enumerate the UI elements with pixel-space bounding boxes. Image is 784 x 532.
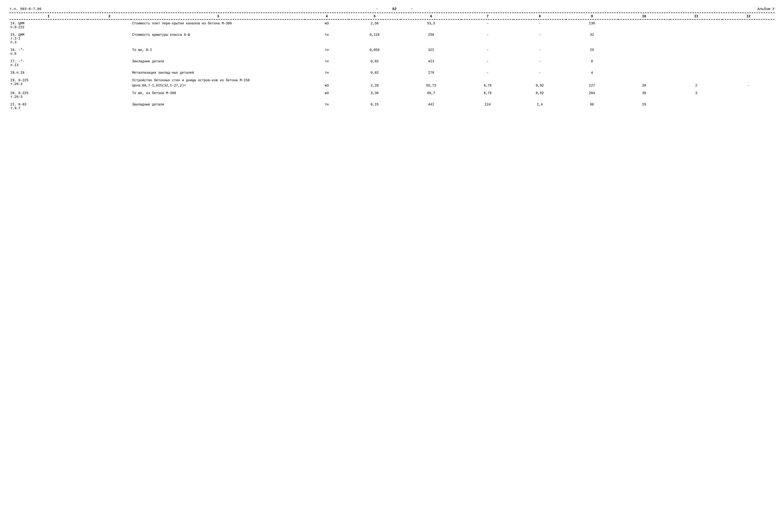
row-15-col5: 0,I28 (348, 31, 401, 46)
row-17-col11 (670, 58, 722, 69)
row-17-col5: 0,02 (348, 58, 401, 69)
row-15-col6: 250 (401, 31, 462, 46)
dash1: - (376, 7, 378, 11)
row-18-description: Металлизация заклад-ных деталей (131, 69, 305, 77)
row-18-col8: - (514, 69, 566, 77)
row-18-col7: - (461, 69, 514, 77)
album-label: Альбом У (757, 7, 775, 11)
header-divider (9, 12, 775, 13)
row-21-col11 (670, 101, 722, 112)
row-16-col11 (670, 46, 722, 58)
row-18-col9: 4 (566, 69, 618, 77)
row-20-col5: 3,36 (348, 89, 401, 101)
row-16-unit: тн (305, 46, 348, 58)
col-header-7: 7 (461, 14, 514, 20)
row-14-col12 (722, 20, 775, 31)
row-16-col8: - (514, 46, 566, 58)
col-header-3: 3 (131, 14, 305, 20)
row-17-col2 (88, 58, 131, 69)
row-19-col6: 55,73 (401, 77, 462, 89)
header-mid: - 52 - (62, 7, 727, 11)
table-row: I7. -"- п.I3 Закладные детали тн 0,02 4I… (9, 58, 775, 69)
col-header-4: 4 (305, 14, 348, 20)
row-17-col8: - (514, 58, 566, 69)
row-17-col7: - (461, 58, 514, 69)
table-row: I4. ЦМM п.9-222 Стоимость плит пере-крыт… (9, 20, 775, 31)
row-16-col5: 0,058 (348, 46, 401, 58)
row-19-col2 (88, 77, 131, 89)
row-19-col10: 20 (618, 77, 670, 89)
table-row: I6. -"- п.6 То же, В-I тн 0,058 32I - - … (9, 46, 775, 58)
row-20-col8: 0,92 (514, 89, 566, 101)
col-header-5: 5 (348, 14, 401, 20)
row-15-label: I5. ЦММ т.3-I п.3 (9, 31, 88, 46)
col-header-1: I (9, 14, 88, 20)
row-18-col6: I78 (401, 69, 462, 77)
row-17-col12 (722, 58, 775, 69)
row-19-unit: м3 (305, 77, 348, 89)
row-14-col7: - (461, 20, 514, 31)
row-18-col11 (670, 69, 722, 77)
row-16-label: I6. -"- п.6 (9, 46, 88, 58)
row-16-col7: - (461, 46, 514, 58)
row-20-description: То же, из бетона М-300 (131, 89, 305, 101)
row-18-col5: 0,02 (348, 69, 401, 77)
row-15-col9: 32 (566, 31, 618, 46)
col-header-2: 2 (88, 14, 131, 20)
row-21-col9: 66 (566, 101, 618, 112)
row-14-col11 (670, 20, 722, 31)
row-20-col7: 8,78 (461, 89, 514, 101)
row-19-col8: 0,92 (514, 77, 566, 89)
row-20-label: 20. 6-225 т.26-3 (9, 89, 88, 101)
row-14-description: Стоимость плит пере-крытия каналов из бе… (131, 20, 305, 31)
row-15-unit: тн (305, 31, 348, 46)
row-14-col6: 53,3 (401, 20, 462, 31)
page-number: 52 (392, 7, 396, 11)
row-20-col10: 30 (618, 89, 670, 101)
column-headers: I 2 3 4 5 6 7 8 9 I0 II I2 (9, 14, 775, 20)
row-20-col9: 204 (566, 89, 618, 101)
row-19-desc-line1: Устройство бетонных стен и днища остров-… (132, 79, 304, 82)
row-18-col12 (722, 69, 775, 77)
row-19-col7: 8,78 (461, 77, 514, 89)
row-16-col2 (88, 46, 131, 58)
row-16-col12 (722, 46, 775, 58)
row-18-col2 (88, 69, 131, 77)
table-row: 2I. 6-83 т.9-7 Закладные детали тн 0,I5 … (9, 101, 775, 112)
col-header-6: 6 (401, 14, 462, 20)
header-left: т.п. 503-6-7.86 (9, 7, 62, 11)
table-row: 20. 6-225 т.26-3 То же, из бетона М-300 … (9, 89, 775, 101)
row-19-label: I9. 6-225 т.26-3 (9, 77, 88, 89)
row-15-col7: - (461, 31, 514, 46)
row-21-col5: 0,I5 (348, 101, 401, 112)
main-table: I 2 3 4 5 6 7 8 9 I0 II I2 I4. ЦМM п.9-2… (9, 14, 775, 112)
row-14-col2 (88, 20, 131, 31)
table-row: I8.п.I8 Металлизация заклад-ных деталей … (9, 69, 775, 77)
header-right: Альбом У (727, 7, 775, 11)
row-21-col6: 44I (401, 101, 462, 112)
table-row: I5. ЦММ т.3-I п.3 Стоимость арматуры кла… (9, 31, 775, 46)
row-18-label: I8.п.I8 (9, 69, 88, 77)
row-19-col12: - (722, 77, 775, 89)
row-15-col12 (722, 31, 775, 46)
row-19-col9: I27 (566, 77, 618, 89)
row-14-col9: I36 (566, 20, 618, 31)
row-15-col10 (618, 31, 670, 46)
row-14-label: I4. ЦМM п.9-222 (9, 20, 88, 31)
col-header-11: II (670, 14, 722, 20)
row-17-unit: тн (305, 58, 348, 69)
row-15-col8: - (514, 31, 566, 46)
row-15-col11 (670, 31, 722, 46)
col-header-12: I2 (722, 14, 775, 20)
row-21-col2 (88, 101, 131, 112)
row-20-col2 (88, 89, 131, 101)
row-19-col11: 2 (670, 77, 722, 89)
row-17-label: I7. -"- п.I3 (9, 58, 88, 69)
col-header-10: I0 (618, 14, 670, 20)
col-header-9: 9 (566, 14, 618, 20)
row-16-col10 (618, 46, 670, 58)
row-21-col12 (722, 101, 775, 112)
row-14-col10 (618, 20, 670, 31)
row-15-col2 (88, 31, 131, 46)
page-header: т.п. 503-6-7.86 - 52 - Альбом У (9, 7, 775, 11)
